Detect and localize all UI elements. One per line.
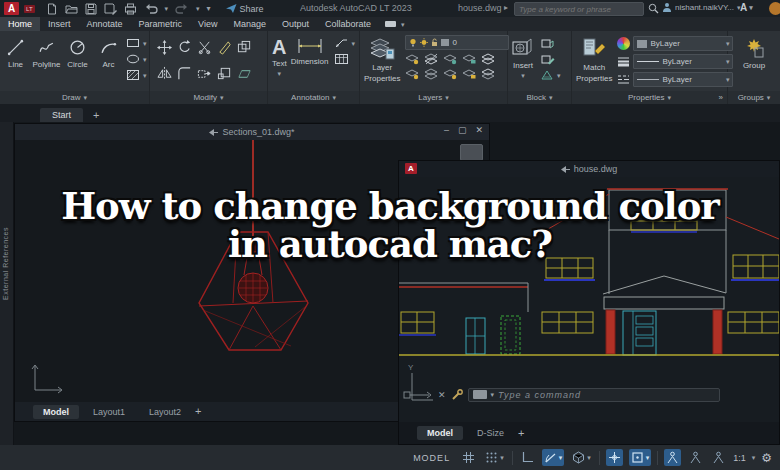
close-button[interactable]: ✕ (475, 125, 483, 135)
ribbon-toggle-dropdown-icon[interactable]: ▾ (401, 21, 405, 28)
insert-dropdown-icon[interactable]: ▾ (521, 72, 525, 79)
layer-freeze-tool[interactable] (443, 53, 458, 65)
ribbon-tab-parametric[interactable]: Parametric (131, 17, 191, 31)
layer-state-tool[interactable] (481, 68, 496, 80)
linetype-selector[interactable]: ByLayer ▾ (633, 72, 733, 87)
layer-lock-tool[interactable] (462, 53, 477, 65)
groups-panel-footer[interactable]: Groups ▾ (728, 91, 780, 104)
snap-mode-toggle[interactable]: ▾ (483, 449, 506, 466)
block-panel-footer[interactable]: Block ▾ (508, 91, 571, 104)
text-tool[interactable]: A Text ▾ (272, 33, 287, 91)
ellipse-tool[interactable]: ▾ (126, 53, 147, 65)
copy-tool[interactable] (237, 40, 252, 55)
search-input[interactable] (515, 3, 643, 15)
annotation-scale-value[interactable]: 1:1 (733, 453, 746, 463)
annotation-visibility-toggle[interactable] (664, 449, 681, 466)
ribbon-tab-annotate[interactable]: Annotate (79, 17, 131, 31)
layer-match-tool[interactable] (481, 53, 496, 65)
annotation-panel-footer[interactable]: Annotation ▾ (268, 91, 359, 104)
modify-panel-footer[interactable]: Modify ▾ (150, 91, 267, 104)
circle-tool[interactable]: Circle (62, 33, 93, 91)
dimension-tool[interactable]: Dimension (291, 33, 329, 91)
command-tool-icon[interactable] (473, 390, 487, 399)
undo-icon[interactable] (144, 3, 158, 14)
insert-block-button[interactable]: Insert ▾ (511, 33, 535, 91)
text-dropdown-icon[interactable]: ▾ (278, 70, 282, 77)
palette-strip[interactable]: External References (0, 122, 14, 445)
redo-dropdown-icon[interactable]: ▾ (196, 5, 200, 12)
layout-tab-layout2[interactable]: Layout2 (139, 405, 191, 419)
annotation-scale-icon[interactable] (710, 449, 727, 466)
ribbon-tab-insert[interactable]: Insert (40, 17, 79, 31)
draw-panel-footer[interactable]: Draw ▾ (0, 91, 149, 104)
layer-properties-button[interactable]: Layer Properties (364, 33, 400, 91)
layer-isolate-tool[interactable] (424, 53, 439, 65)
snap-dropdown-icon[interactable]: ▾ (500, 454, 504, 461)
help-search[interactable] (514, 2, 644, 16)
house-tab-model[interactable]: Model (417, 426, 463, 440)
isometric-drafting-toggle[interactable]: ▾ (570, 449, 593, 466)
ribbon-tab-output[interactable]: Output (274, 17, 317, 31)
edit-block-tool[interactable] (540, 53, 555, 65)
move-tool[interactable] (157, 40, 172, 55)
scale-dropdown-icon[interactable]: ▾ (752, 454, 756, 461)
search-icon[interactable] (648, 3, 659, 14)
scrollbar-thumb[interactable] (460, 144, 483, 161)
user-account-button[interactable]: nishant.naikVY... ▾ (662, 2, 741, 12)
create-block-tool[interactable] (540, 37, 555, 49)
redo-icon[interactable] (175, 3, 189, 14)
command-line[interactable]: ▾ Type a command (468, 388, 720, 402)
layers-panel-footer[interactable]: Layers ▾ (360, 91, 507, 104)
layout-tab-model[interactable]: Model (33, 405, 79, 419)
mirror-tool[interactable] (157, 66, 172, 81)
share-button[interactable]: Share (226, 4, 264, 14)
house-title-bar[interactable]: A house.dwg (399, 161, 779, 177)
new-drawing-button[interactable]: + (93, 109, 99, 122)
properties-expand-icon[interactable]: » (719, 93, 723, 102)
leader-dropdown-icon[interactable]: ▾ (351, 40, 355, 47)
layer-walk-tool[interactable] (424, 68, 439, 80)
ribbon-tab-manage[interactable]: Manage (225, 17, 274, 31)
iso-dropdown-icon[interactable]: ▾ (587, 454, 591, 461)
ribbon-tab-collaborate[interactable]: Collaborate (317, 17, 379, 31)
ribbon-tab-home[interactable]: Home (0, 17, 40, 31)
save-as-icon[interactable] (104, 3, 117, 15)
file-tab-start[interactable]: Start (40, 108, 83, 122)
annotation-autoscale-toggle[interactable] (687, 449, 704, 466)
model-space-label[interactable]: MODEL (413, 453, 450, 463)
save-icon[interactable] (85, 3, 97, 15)
osnap-dropdown-icon[interactable]: ▾ (646, 454, 650, 461)
plot-icon[interactable] (124, 3, 137, 15)
ribbon-tab-view[interactable]: View (190, 17, 225, 31)
customize-wrench-icon[interactable] (451, 389, 463, 401)
arc-tool[interactable]: Arc (93, 33, 124, 91)
house-new-layout-button[interactable]: + (518, 427, 524, 440)
ribbon-display-toggle[interactable]: ▾ (385, 17, 405, 31)
group-button[interactable]: Group (743, 33, 765, 91)
new-layout-button[interactable]: + (195, 405, 201, 418)
layer-prev-tool[interactable] (405, 68, 420, 80)
notification-badge[interactable] (769, 2, 780, 15)
leader-tool[interactable]: ▾ (334, 37, 355, 49)
line-tool[interactable]: Line (0, 33, 31, 91)
color-wheel-icon[interactable] (617, 37, 630, 50)
new-file-icon[interactable] (46, 3, 58, 15)
house-tab-dsize[interactable]: D-Size (467, 426, 514, 440)
open-folder-icon[interactable] (65, 3, 78, 15)
block-attr-dropdown-icon[interactable]: ▾ (557, 72, 561, 79)
ortho-mode-toggle[interactable] (519, 449, 536, 466)
minimize-button[interactable]: – (444, 125, 449, 135)
hatch-tool[interactable]: ▾ (126, 69, 147, 81)
offset-tool[interactable] (237, 66, 252, 81)
rectangle-dropdown-icon[interactable]: ▾ (143, 40, 147, 47)
object-snap-tracking-toggle[interactable] (606, 449, 623, 466)
object-snap-toggle[interactable]: ▾ (629, 449, 652, 466)
undo-dropdown-icon[interactable]: ▾ (165, 5, 169, 12)
layer-thaw-tool[interactable] (443, 68, 458, 80)
polar-dropdown-icon[interactable]: ▾ (559, 454, 563, 461)
layer-off-tool[interactable] (405, 53, 420, 65)
sections-title-bar[interactable]: Sections_01.dwg* – ▢ ✕ (15, 124, 489, 140)
app-menu-button[interactable]: A (4, 2, 19, 15)
lineweight-selector[interactable]: ByLayer ▾ (633, 54, 733, 69)
hatch-dropdown-icon[interactable]: ▾ (143, 72, 147, 79)
